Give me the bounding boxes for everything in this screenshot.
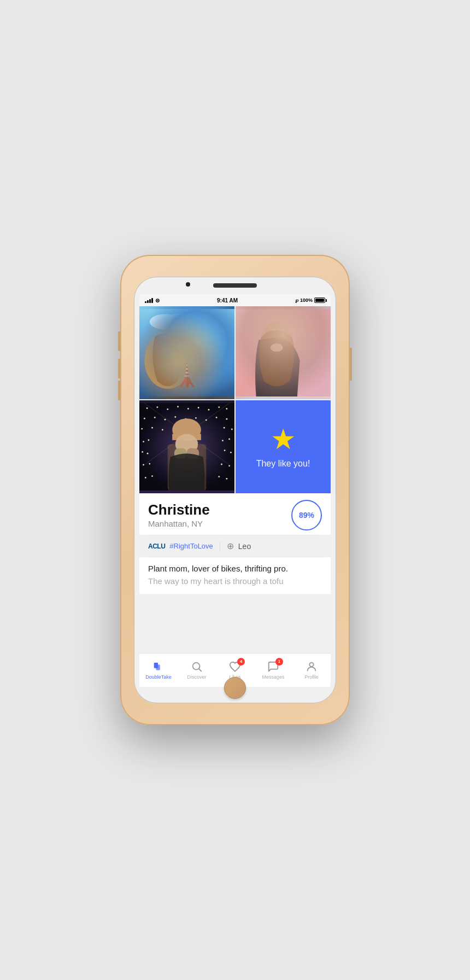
bio-sub: The way to my heart is through a tofu xyxy=(148,575,322,588)
svg-point-27 xyxy=(144,418,145,419)
svg-point-26 xyxy=(226,408,227,410)
speaker xyxy=(213,283,257,288)
svg-point-25 xyxy=(218,406,220,408)
profile-label: Profile xyxy=(304,674,319,680)
svg-point-28 xyxy=(154,417,156,418)
svg-point-38 xyxy=(162,429,163,431)
nav-profile[interactable]: Profile xyxy=(292,660,331,680)
nav-messages[interactable]: 1 Messages xyxy=(254,660,292,680)
svg-point-24 xyxy=(208,409,210,411)
bluetooth-icon: ℘ xyxy=(295,298,298,303)
profile-name: Christine xyxy=(148,502,210,518)
svg-point-21 xyxy=(177,406,179,407)
svg-point-34 xyxy=(216,417,218,418)
svg-point-37 xyxy=(151,427,153,429)
messages-badge: 1 xyxy=(275,658,283,666)
svg-point-31 xyxy=(185,418,186,420)
doubletake-icon xyxy=(152,660,165,673)
doubletake-label: DoubleTake xyxy=(145,674,172,680)
svg-point-42 xyxy=(148,439,150,441)
svg-point-1 xyxy=(150,314,180,329)
likes-icon: 4 xyxy=(228,660,242,673)
zodiac-icon: ⊕ xyxy=(227,541,234,551)
svg-point-49 xyxy=(143,464,144,466)
svg-point-50 xyxy=(149,463,150,465)
svg-rect-0 xyxy=(139,309,234,396)
svg-marker-3 xyxy=(180,330,193,376)
svg-point-33 xyxy=(205,419,207,421)
svg-point-55 xyxy=(218,476,220,477)
svg-line-14 xyxy=(144,403,186,434)
nav-doubletake[interactable]: DoubleTake xyxy=(139,660,178,680)
svg-point-36 xyxy=(141,428,143,430)
svg-point-40 xyxy=(231,429,233,430)
photo-3[interactable] xyxy=(139,400,234,493)
svg-point-54 xyxy=(151,475,153,477)
battery-percent: 100% xyxy=(300,298,313,303)
svg-point-39 xyxy=(224,427,225,429)
match-circle[interactable]: 89% xyxy=(291,500,322,530)
svg-marker-4 xyxy=(185,314,189,329)
svg-point-20 xyxy=(167,409,168,410)
phone-device: ⊜ 9:41 AM ℘ 100% xyxy=(120,255,350,725)
discover-icon xyxy=(190,660,203,673)
like-text: They like you! xyxy=(256,459,310,469)
svg-rect-64 xyxy=(156,664,160,670)
svg-rect-5 xyxy=(182,340,192,341)
svg-point-41 xyxy=(143,441,144,442)
svg-rect-9 xyxy=(236,309,331,396)
status-time: 9:41 AM xyxy=(217,298,238,304)
svg-point-30 xyxy=(174,416,176,418)
zodiac-sign: Leo xyxy=(238,542,251,551)
svg-point-22 xyxy=(187,408,189,410)
svg-point-48 xyxy=(230,452,232,453)
status-left: ⊜ xyxy=(145,298,160,304)
photo-2[interactable] xyxy=(236,306,331,399)
svg-point-47 xyxy=(224,450,226,451)
camera-dot xyxy=(186,282,190,287)
home-button[interactable] xyxy=(224,677,246,699)
main-scroll[interactable]: ★ They like you! Christine Manhattan, NY… xyxy=(139,306,331,653)
battery-icon xyxy=(314,298,325,303)
profile-name-block: Christine Manhattan, NY xyxy=(148,502,210,528)
hashtag-tag: #RightToLove xyxy=(169,542,213,550)
photo-like-tile[interactable]: ★ They like you! xyxy=(236,400,331,493)
svg-rect-13 xyxy=(139,403,234,491)
profile-info: Christine Manhattan, NY 89% xyxy=(139,493,331,535)
likes-badge: 4 xyxy=(237,658,245,666)
match-percent: 89% xyxy=(299,511,314,520)
svg-point-46 xyxy=(147,453,149,454)
svg-point-43 xyxy=(222,440,224,441)
messages-icon: 1 xyxy=(267,660,280,673)
zodiac-separator xyxy=(220,541,220,551)
signal-bars xyxy=(145,298,153,303)
svg-point-51 xyxy=(221,464,222,465)
svg-point-56 xyxy=(226,478,227,480)
svg-line-17 xyxy=(187,434,230,464)
svg-point-23 xyxy=(198,407,199,409)
star-icon: ★ xyxy=(271,425,296,453)
tags-row: ACLU #RightToLove ⊕ Leo xyxy=(139,535,331,557)
svg-point-29 xyxy=(164,419,166,421)
nav-discover[interactable]: Discover xyxy=(178,660,216,680)
phone-screen-border: ⊜ 9:41 AM ℘ 100% xyxy=(134,277,336,703)
svg-point-18 xyxy=(146,407,148,409)
photo-grid: ★ They like you! xyxy=(139,306,331,493)
profile-location: Manhattan, NY xyxy=(148,519,210,528)
svg-point-8 xyxy=(155,331,180,360)
svg-point-44 xyxy=(228,438,230,440)
svg-rect-10 xyxy=(287,309,331,396)
svg-point-58 xyxy=(172,418,201,441)
svg-point-35 xyxy=(226,418,227,420)
messages-label: Messages xyxy=(262,674,284,680)
aclu-badge: ACLU xyxy=(148,542,165,550)
svg-rect-61 xyxy=(174,448,187,459)
svg-point-67 xyxy=(309,662,313,666)
profile-icon xyxy=(305,660,318,673)
svg-rect-57 xyxy=(168,444,207,491)
svg-line-15 xyxy=(187,403,230,434)
photo-1[interactable] xyxy=(139,306,234,399)
bio-section: Plant mom, lover of bikes, thrifting pro… xyxy=(139,557,331,594)
discover-label: Discover xyxy=(187,674,206,680)
svg-point-53 xyxy=(145,477,146,479)
